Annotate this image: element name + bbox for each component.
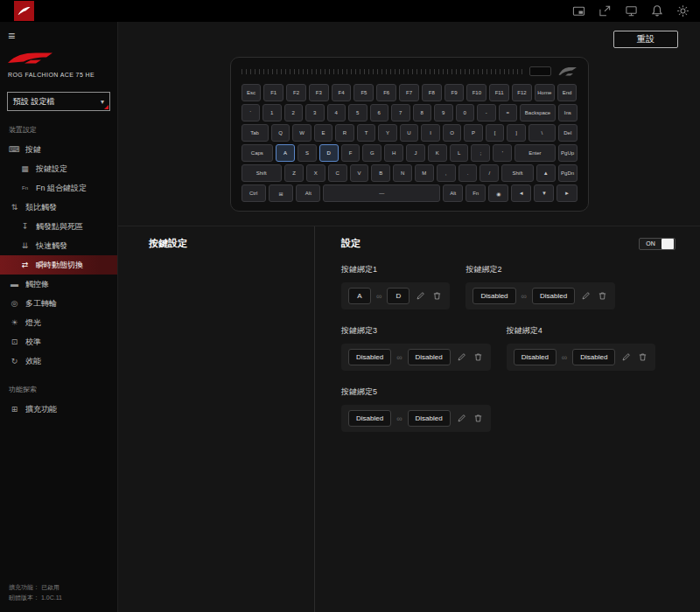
keyboard-key[interactable]: R bbox=[335, 124, 354, 142]
keyboard-key[interactable]: - bbox=[477, 104, 496, 122]
keyboard-key[interactable]: J bbox=[406, 144, 425, 162]
keyboard-key[interactable]: F11 bbox=[489, 84, 509, 101]
keyboard-key[interactable]: End bbox=[557, 84, 578, 101]
keyboard-key[interactable]: L bbox=[450, 144, 469, 162]
keyboard-key[interactable]: 4 bbox=[327, 104, 346, 122]
delete-binding-button[interactable] bbox=[637, 352, 648, 362]
rog-app-logo[interactable] bbox=[14, 1, 34, 21]
binding-key-button[interactable]: A bbox=[348, 288, 371, 304]
keyboard-key[interactable]: N bbox=[393, 164, 412, 182]
keyboard-key[interactable]: 9 bbox=[434, 104, 453, 122]
edit-binding-button[interactable] bbox=[580, 291, 592, 301]
keyboard-key[interactable]: I bbox=[421, 124, 440, 142]
binding-key-button[interactable]: Disabled bbox=[348, 410, 391, 427]
sidebar-item[interactable]: ☀燈光 bbox=[0, 313, 117, 332]
sidebar-item[interactable]: ⊞擴充功能 bbox=[0, 400, 117, 419]
keyboard-key[interactable]: 0 bbox=[456, 104, 475, 122]
keyboard-key[interactable]: ▲ bbox=[536, 164, 556, 182]
sidebar-item[interactable]: ◎多工轉輪 bbox=[0, 294, 117, 313]
keyboard-key[interactable]: Del bbox=[558, 124, 578, 142]
keyboard-key[interactable]: F7 bbox=[399, 84, 419, 101]
keyboard-key[interactable]: 5 bbox=[348, 104, 368, 122]
keyboard-key[interactable]: 1 bbox=[262, 104, 282, 122]
keyboard-key[interactable]: B bbox=[371, 164, 390, 182]
keyboard-key[interactable]: Q bbox=[271, 124, 290, 142]
keyboard-key[interactable]: P bbox=[464, 124, 483, 142]
keyboard-key[interactable]: F3 bbox=[309, 84, 329, 101]
keyboard-key[interactable]: ► bbox=[556, 184, 577, 202]
binding-key-button[interactable]: D bbox=[387, 288, 410, 304]
profile-dropdown[interactable]: 預設 設定檔 ▾ bbox=[7, 92, 110, 111]
keyboard-key[interactable]: D bbox=[319, 144, 339, 162]
sidebar-item[interactable]: ↧觸發點與死區 bbox=[0, 217, 117, 236]
keyboard-key[interactable]: F bbox=[341, 144, 360, 162]
delete-binding-button[interactable] bbox=[597, 291, 608, 301]
keyboard-key[interactable]: . bbox=[458, 164, 478, 182]
notifications-icon[interactable] bbox=[651, 4, 663, 17]
keyboard-key[interactable]: E bbox=[314, 124, 333, 142]
edit-binding-button[interactable] bbox=[456, 352, 467, 362]
keyboard-key[interactable]: H bbox=[384, 144, 403, 162]
keyboard-key[interactable]: — bbox=[323, 184, 440, 202]
keyboard-key[interactable]: V bbox=[350, 164, 369, 182]
keyboard-key[interactable]: Z bbox=[284, 164, 304, 182]
keyboard-key[interactable]: F4 bbox=[332, 84, 352, 101]
edit-binding-button[interactable] bbox=[456, 414, 467, 423]
keyboard-key[interactable]: \ bbox=[528, 124, 556, 142]
device-sync-icon[interactable] bbox=[625, 4, 638, 17]
binding-key-button[interactable]: Disabled bbox=[514, 349, 556, 365]
keyboard-key[interactable]: 8 bbox=[413, 104, 432, 122]
keyboard-key[interactable]: , bbox=[437, 164, 456, 182]
binding-key-button[interactable]: Disabled bbox=[408, 349, 451, 365]
sidebar-item[interactable]: ⌨按鍵 bbox=[0, 140, 117, 159]
keyboard-key[interactable]: Home bbox=[535, 84, 555, 101]
keyboard-key[interactable]: Ins bbox=[558, 104, 578, 122]
keyboard-key[interactable]: 6 bbox=[370, 104, 389, 122]
keyboard-key[interactable]: F12 bbox=[512, 84, 532, 101]
keyboard-key[interactable]: Backspace bbox=[520, 104, 556, 122]
keyboard-key[interactable]: A bbox=[276, 144, 295, 162]
keyboard-key[interactable]: Ctrl bbox=[242, 184, 266, 202]
keyboard-key[interactable]: Shift bbox=[501, 164, 534, 182]
keyboard-key[interactable]: ] bbox=[507, 124, 526, 142]
delete-binding-button[interactable] bbox=[431, 291, 443, 301]
keyboard-key[interactable]: F9 bbox=[444, 84, 465, 101]
keyboard-key[interactable]: 2 bbox=[284, 104, 304, 122]
settings-icon[interactable] bbox=[676, 4, 690, 17]
keyboard-key[interactable]: F2 bbox=[286, 84, 306, 101]
binding-key-button[interactable]: Disabled bbox=[572, 349, 615, 365]
keyboard-key[interactable]: U bbox=[400, 124, 419, 142]
keyboard-key[interactable]: ◄ bbox=[511, 184, 531, 202]
keyboard-key[interactable]: F10 bbox=[466, 84, 486, 101]
keyboard-key[interactable]: Tab bbox=[242, 124, 269, 142]
sidebar-item[interactable]: ⇊快速觸發 bbox=[0, 236, 117, 255]
keyboard-key[interactable]: T bbox=[357, 124, 376, 142]
keyboard-key[interactable]: / bbox=[480, 164, 499, 182]
delete-binding-button[interactable] bbox=[472, 352, 484, 362]
keyboard-key[interactable]: PgDn bbox=[558, 164, 578, 182]
snap-toggle-switch[interactable]: ON bbox=[639, 238, 676, 250]
keyboard-key[interactable]: = bbox=[499, 104, 518, 122]
keyboard-key[interactable]: G bbox=[362, 144, 382, 162]
keyboard-key[interactable]: M bbox=[415, 164, 434, 182]
keyboard-key[interactable]: K bbox=[428, 144, 447, 162]
reset-button[interactable]: 重設 bbox=[613, 31, 678, 48]
keyboard-key[interactable]: 7 bbox=[391, 104, 410, 122]
sidebar-item[interactable]: ▬觸控條 bbox=[0, 275, 117, 294]
keyboard-key[interactable]: ⊞ bbox=[269, 184, 293, 202]
keyboard-key[interactable]: Shift bbox=[242, 164, 283, 182]
edit-binding-button[interactable] bbox=[620, 352, 632, 362]
sidebar-item[interactable]: ▦按鍵設定 bbox=[0, 159, 117, 178]
keyboard-key[interactable]: Enter bbox=[514, 144, 556, 162]
keyboard-key[interactable]: ◉ bbox=[488, 184, 508, 202]
sidebar-item[interactable]: ⊡校準 bbox=[0, 332, 117, 351]
keyboard-key[interactable]: F8 bbox=[422, 84, 442, 101]
keyboard-key[interactable]: [ bbox=[486, 124, 505, 142]
keyboard-key[interactable]: Alt bbox=[443, 184, 463, 202]
keyboard-key[interactable]: ' bbox=[493, 144, 512, 162]
keyboard-key[interactable]: Caps bbox=[242, 144, 274, 162]
keyboard-key[interactable]: ; bbox=[471, 144, 490, 162]
hamburger-menu-icon[interactable]: ≡ bbox=[8, 29, 22, 43]
keyboard-key[interactable]: Alt bbox=[296, 184, 320, 202]
binding-key-button[interactable]: Disabled bbox=[408, 410, 451, 427]
